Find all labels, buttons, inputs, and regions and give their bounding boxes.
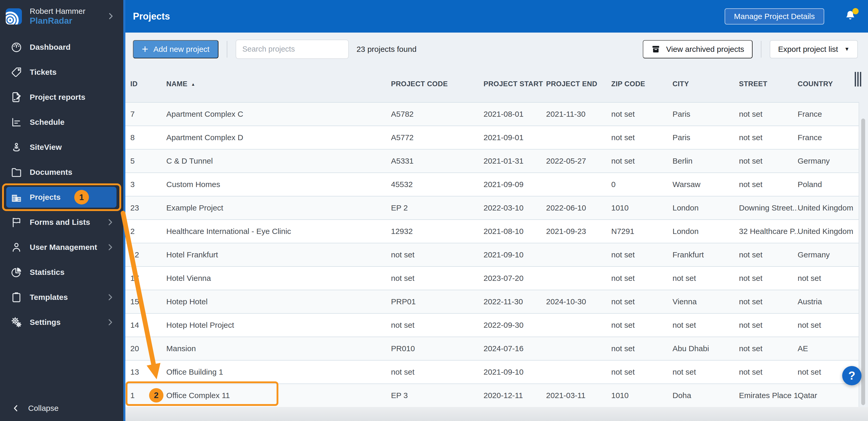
sidebar-item-tickets[interactable]: Tickets — [0, 60, 123, 85]
column-header-project-code[interactable]: PROJECT CODE — [391, 80, 484, 88]
sidebar-item-siteview[interactable]: SiteView — [0, 135, 123, 160]
sidebar-item-templates[interactable]: Templates — [0, 285, 123, 310]
cell-end: 2022-06-10 — [546, 203, 611, 212]
cell-code: EP 2 — [391, 203, 484, 212]
cell-city: London — [673, 203, 739, 212]
search-projects-input[interactable] — [236, 40, 349, 59]
toolbar-divider — [761, 41, 762, 58]
sidebar-item-label: Projects — [30, 193, 60, 202]
sidebar-item-schedule[interactable]: Schedule — [0, 110, 123, 135]
table-row-apartment-complex-d[interactable]: 8Apartment Complex DA57722021-09-01not s… — [125, 126, 859, 150]
table-row-hotel-frankfurt[interactable]: 12Hotel Frankfurtnot set2021-09-10not se… — [125, 243, 859, 267]
sidebar-item-settings[interactable]: Settings — [0, 310, 123, 335]
table-row-hotel-vienna[interactable]: 17Hotel Viennanot set2023-07-20not setno… — [125, 267, 859, 290]
horizontal-scrollbar-track[interactable] — [125, 407, 868, 421]
column-header-project-start[interactable]: PROJECT START — [484, 80, 546, 88]
cell-end: 2024-10-30 — [546, 297, 611, 306]
cell-country: United Kingdom — [798, 227, 859, 236]
cell-city: not set — [673, 367, 739, 377]
user-profile[interactable]: Robert Hammer PlanRadar — [0, 0, 123, 33]
cell-code: PRP01 — [391, 297, 484, 306]
table-row-office-building-1[interactable]: 13Office Building 1not set2021-09-10not … — [125, 361, 859, 384]
column-header-street[interactable]: STREET — [739, 80, 798, 88]
table-row-hotep-hotel[interactable]: 15Hotep HotelPRP012022-11-302024-10-30no… — [125, 290, 859, 314]
sidebar-item-user-management[interactable]: User Management — [0, 235, 123, 260]
table-row-hotep-hotel-project[interactable]: 14Hotep Hotel Projectnot set2022-09-30no… — [125, 314, 859, 337]
cell-zip: not set — [611, 321, 673, 329]
column-header-id[interactable]: ID — [125, 80, 166, 88]
table-row-c-d-tunnel[interactable]: 5C & D TunnelA53312021-01-312022-05-27no… — [125, 150, 859, 173]
export-button-label: Export project list — [778, 45, 838, 54]
cell-city: Vienna — [673, 297, 739, 306]
cell-code: A5331 — [391, 157, 484, 165]
cell-code: 12932 — [391, 227, 484, 236]
export-project-list-button[interactable]: Export project list ▼ — [770, 40, 858, 58]
cell-city: not set — [673, 274, 739, 283]
sidebar-item-documents[interactable]: Documents — [0, 160, 123, 185]
cell-name: Hotel Vienna — [166, 274, 391, 283]
table-row-custom-homes[interactable]: 3Custom Homes455322021-09-090Warsawnot s… — [125, 173, 859, 196]
cell-city: Berlin — [673, 157, 739, 165]
column-header-country[interactable]: COUNTRY — [798, 80, 859, 88]
templates-icon — [10, 291, 23, 303]
cell-code: not set — [391, 367, 484, 377]
add-new-project-button[interactable]: + Add new project — [133, 40, 218, 58]
table-row-example-project[interactable]: 23Example ProjectEP 22022-03-102022-06-1… — [125, 196, 859, 220]
cell-start: 2021-01-31 — [484, 157, 546, 165]
cell-name: Example Project — [166, 203, 391, 212]
help-button[interactable]: ? — [842, 366, 862, 385]
chevron-left-icon — [11, 404, 20, 413]
table-row-mansion[interactable]: 20MansionPR0102024-07-16not setAbu Dhabi… — [125, 337, 859, 361]
table-row-office-complex-11[interactable]: 1Office Complex 11EP 32020-12-112021-03-… — [125, 384, 859, 408]
vertical-scrollbar[interactable] — [861, 119, 865, 405]
cell-street: not set — [739, 274, 798, 283]
cell-name: Office Complex 11 — [166, 391, 391, 400]
cell-code: not set — [391, 250, 484, 259]
cell-name: Custom Homes — [166, 180, 391, 189]
cell-street: not set — [739, 297, 798, 306]
cell-code: A5772 — [391, 133, 484, 142]
column-header-name[interactable]: NAME▲ — [166, 80, 391, 88]
cell-start: 2021-08-10 — [484, 227, 546, 236]
column-header-zip-code[interactable]: ZIP CODE — [611, 80, 673, 88]
cell-end: 2021-03-11 — [546, 391, 611, 400]
cell-country: Germany — [798, 157, 859, 165]
column-header-project-end[interactable]: PROJECT END — [546, 80, 611, 88]
sidebar-collapse[interactable]: Collapse — [0, 399, 135, 417]
cell-street: not set — [739, 180, 798, 189]
chevron-right-icon — [105, 218, 115, 227]
cell-code: 45532 — [391, 180, 484, 189]
sidebar-item-label: Tickets — [30, 68, 57, 76]
cell-name: Mansion — [166, 344, 391, 353]
sidebar: Robert Hammer PlanRadar DashboardTickets… — [0, 0, 123, 421]
sidebar-item-dashboard[interactable]: Dashboard — [0, 35, 123, 60]
cell-street: not set — [739, 367, 798, 377]
sidebar-item-label: Statistics — [30, 268, 64, 277]
cell-country: AE — [798, 344, 859, 353]
plus-icon: + — [142, 44, 148, 55]
manage-project-details-button[interactable]: Manage Project Details — [725, 8, 824, 25]
column-header-city[interactable]: CITY — [673, 80, 739, 88]
table-row-healthcare-international-eye-clinic[interactable]: 2Healthcare International - Eye Clinic12… — [125, 220, 859, 243]
cell-id: 14 — [125, 321, 166, 329]
cell-city: Paris — [673, 133, 739, 142]
sidebar-item-project-reports[interactable]: Project reports — [0, 85, 123, 110]
column-settings-icon[interactable] — [855, 72, 861, 87]
sidebar-item-projects[interactable]: Projects1 — [0, 185, 123, 210]
sidebar-nav: DashboardTicketsProject reportsScheduleS… — [0, 35, 123, 335]
cell-start: 2021-08-01 — [484, 110, 546, 119]
page-title: Projects — [133, 11, 170, 22]
sidebar-item-statistics[interactable]: Statistics — [0, 260, 123, 285]
cell-street: not set — [739, 157, 798, 165]
sidebar-item-label: Documents — [30, 168, 72, 176]
sidebar-item-forms-and-lists[interactable]: Forms and Lists — [0, 210, 123, 235]
cell-country: Qatar — [798, 391, 859, 400]
statistics-icon — [10, 266, 23, 278]
table-row-apartment-complex-c[interactable]: 7Apartment Complex CA57822021-08-012021-… — [125, 103, 859, 126]
view-archived-projects-button[interactable]: View archived projects — [643, 40, 753, 58]
cell-country: not set — [798, 274, 859, 283]
caret-down-icon: ▼ — [844, 46, 849, 52]
cell-zip: not set — [611, 344, 673, 353]
notifications-bell-icon[interactable] — [844, 9, 858, 24]
cell-country: not set — [798, 321, 859, 329]
